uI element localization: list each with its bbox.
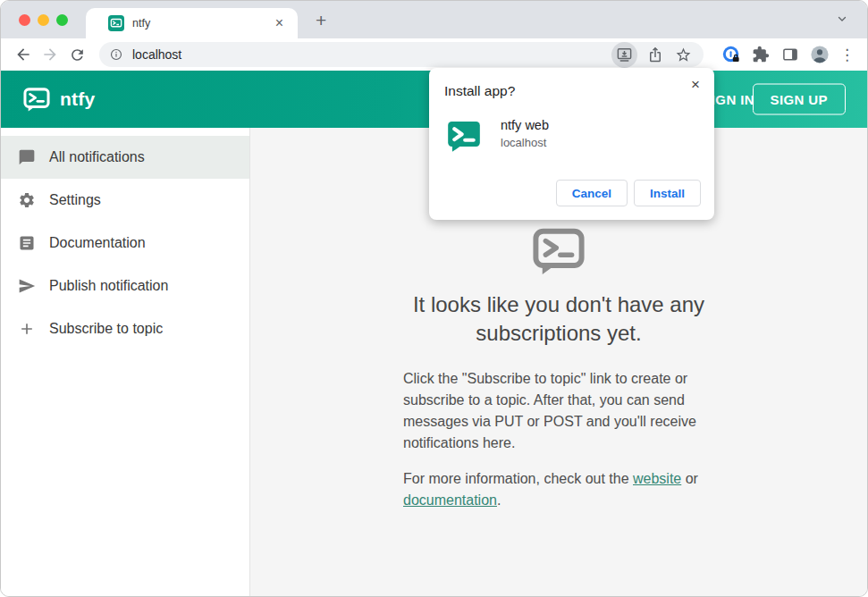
sidebar-item-label: All notifications (49, 149, 145, 165)
empty-state-paragraph-1: Click the "Subscribe to topic" link to c… (403, 368, 714, 454)
minimize-window-button[interactable] (38, 14, 49, 26)
forward-icon[interactable] (37, 41, 63, 68)
paragraph-text: For more information, check out the (403, 471, 633, 486)
extensions-area: ⋮ (718, 41, 858, 68)
tab-strip: ntfy × + (1, 1, 867, 38)
sidebar-item-label: Publish notification (49, 278, 168, 294)
tab-favicon-ntfy-icon (108, 15, 124, 31)
dialog-app-origin: localhost (501, 136, 546, 149)
browser-window: ntfy × + localhost (0, 0, 868, 597)
sidebar-item-label: Subscribe to topic (49, 321, 163, 337)
sidebar-item-subscribe-to-topic[interactable]: Subscribe to topic (1, 307, 249, 350)
documentation-link[interactable]: documentation (403, 492, 497, 508)
close-window-button[interactable] (19, 14, 30, 26)
new-tab-button[interactable]: + (308, 7, 333, 34)
empty-state-heading: It looks like you don't have any subscri… (400, 290, 718, 348)
sidebar-item-documentation[interactable]: Documentation (1, 222, 249, 265)
ntfy-app-icon (447, 119, 481, 153)
gear-icon (17, 191, 36, 210)
sidebar-item-label: Documentation (49, 235, 146, 251)
chat-icon (17, 148, 36, 167)
dialog-close-icon[interactable]: × (687, 74, 704, 96)
sidebar-item-label: Settings (49, 192, 101, 208)
tab-close-icon[interactable]: × (270, 14, 289, 32)
tab-search-chevron-icon[interactable] (836, 13, 848, 29)
bookmark-star-icon[interactable] (671, 43, 695, 67)
macos-traffic-lights (19, 14, 68, 26)
reload-icon[interactable] (63, 41, 90, 68)
install-app-dialog: Install app? × ntfy web localhost Cancel… (429, 68, 714, 220)
ntfy-logo-large-icon (532, 228, 586, 275)
plus-icon (17, 320, 36, 339)
dialog-title: Install app? (444, 83, 515, 99)
website-link[interactable]: website (633, 471, 681, 486)
profile-avatar[interactable] (806, 41, 833, 68)
dialog-app-name: ntfy web (501, 118, 549, 132)
sidebar-item-settings[interactable]: Settings (1, 179, 249, 222)
side-panel-icon[interactable] (777, 41, 804, 68)
paragraph-text: . (497, 492, 501, 508)
cancel-button[interactable]: Cancel (556, 180, 628, 206)
browser-menu-kebab-icon[interactable]: ⋮ (836, 46, 858, 63)
article-icon (17, 234, 36, 253)
browser-toolbar: localhost (1, 38, 867, 71)
install-app-icon[interactable] (611, 42, 637, 68)
url-text[interactable]: localhost (132, 47, 611, 62)
password-manager-extension-icon[interactable] (718, 41, 745, 68)
share-icon[interactable] (643, 43, 667, 67)
tab-title: ntfy (132, 17, 150, 29)
paragraph-text: or (681, 471, 698, 486)
brand-name: ntfy (60, 88, 95, 110)
extensions-puzzle-icon[interactable] (747, 41, 774, 68)
dialog-buttons: Cancel Install (556, 180, 701, 206)
send-icon (17, 277, 36, 296)
back-icon[interactable] (10, 41, 37, 68)
address-bar[interactable]: localhost (99, 42, 704, 67)
sign-up-button[interactable]: SIGN UP (753, 84, 846, 115)
site-info-icon[interactable] (109, 47, 123, 62)
empty-state-paragraph-2: For more information, check out the webs… (403, 468, 714, 511)
sidebar-item-all-notifications[interactable]: All notifications (1, 136, 249, 179)
browser-tab-ntfy[interactable]: ntfy × (86, 8, 298, 38)
sidebar-item-publish-notification[interactable]: Publish notification (1, 265, 249, 307)
ntfy-logo-icon (23, 88, 50, 112)
zoom-window-button[interactable] (56, 14, 68, 26)
install-button[interactable]: Install (634, 180, 701, 206)
sidebar: All notifications Settings Documentation… (1, 128, 250, 597)
